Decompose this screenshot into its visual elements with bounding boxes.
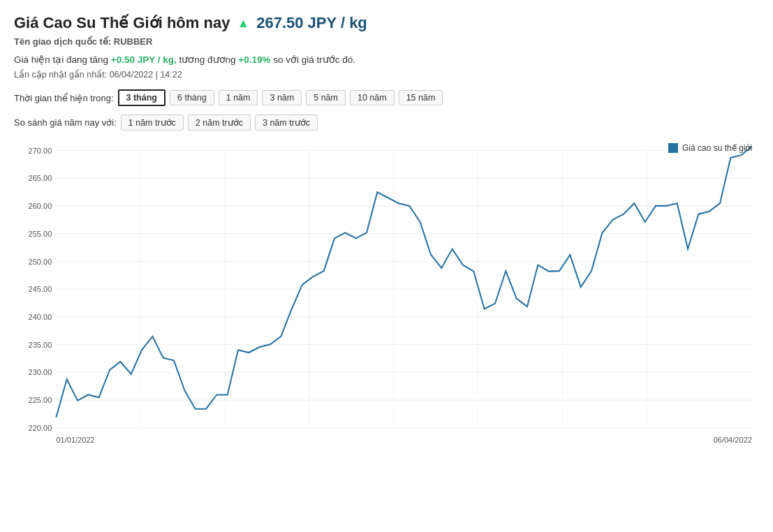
svg-text:06/04/2022: 06/04/2022 bbox=[714, 435, 752, 443]
compare-btn-2y[interactable]: 2 năm trước bbox=[188, 114, 251, 131]
svg-text:235.00: 235.00 bbox=[29, 341, 52, 349]
svg-text:01/01/2022: 01/01/2022 bbox=[56, 435, 94, 443]
svg-text:250.00: 250.00 bbox=[29, 257, 52, 265]
change-pct: +0.19% bbox=[238, 54, 270, 65]
svg-text:230.00: 230.00 bbox=[29, 368, 52, 376]
time-btn-1y[interactable]: 1 năm bbox=[219, 90, 258, 105]
svg-text:245.00: 245.00 bbox=[29, 285, 52, 293]
svg-text:260.00: 260.00 bbox=[29, 202, 52, 210]
time-controls: Thời gian thể hiện trong: 3 tháng 6 thán… bbox=[14, 89, 759, 106]
compare-controls: So sánh giá năm nay với: 1 năm trước 2 n… bbox=[14, 114, 759, 131]
update-value: 06/04/2022 | 14:22 bbox=[110, 70, 182, 80]
svg-text:225.00: 225.00 bbox=[29, 396, 52, 404]
change-prefix: Giá hiện tại đang tăng bbox=[14, 54, 108, 65]
compare-label: So sánh giá năm nay với: bbox=[14, 117, 117, 128]
trade-name-label: Tên giao dịch quốc tế: bbox=[14, 36, 111, 47]
change-suffix: so với giá trước đó. bbox=[273, 54, 355, 65]
legend-color-box bbox=[668, 143, 678, 153]
svg-text:220.00: 220.00 bbox=[29, 424, 52, 432]
compare-btn-1y[interactable]: 1 năm trước bbox=[121, 114, 184, 131]
price-line bbox=[56, 147, 752, 418]
page-title: Giá Cao Su Thế Giới hôm nay ▲ 267.50 JPY… bbox=[14, 14, 759, 32]
time-btn-6m[interactable]: 6 tháng bbox=[170, 90, 214, 105]
chart-container: Giá cao su thế giới 270.00 265.00 260.00… bbox=[14, 143, 759, 464]
legend-label: Giá cao su thế giới bbox=[682, 143, 752, 153]
svg-text:240.00: 240.00 bbox=[29, 313, 52, 321]
change-text: tương đương bbox=[179, 54, 236, 65]
time-btn-3m[interactable]: 3 tháng bbox=[118, 89, 165, 106]
time-controls-label: Thời gian thể hiện trong: bbox=[14, 93, 114, 103]
update-line: Lần cập nhật gần nhất: 06/04/2022 | 14:2… bbox=[14, 69, 759, 80]
time-btn-15y[interactable]: 15 năm bbox=[399, 90, 443, 105]
current-price: 267.50 JPY / kg bbox=[256, 14, 367, 32]
arrow-up-icon: ▲ bbox=[237, 16, 249, 31]
time-btn-5y[interactable]: 5 năm bbox=[306, 90, 346, 105]
svg-text:255.00: 255.00 bbox=[29, 230, 52, 238]
update-label: Lần cập nhật gần nhất: bbox=[14, 70, 107, 80]
chart-legend: Giá cao su thế giới bbox=[668, 143, 752, 153]
svg-text:270.00: 270.00 bbox=[29, 146, 52, 154]
svg-text:265.00: 265.00 bbox=[29, 174, 52, 182]
trade-name-value: RUBBER bbox=[114, 36, 153, 47]
trade-name-line: Tên giao dịch quốc tế: RUBBER bbox=[14, 36, 759, 47]
change-value: +0.50 JPY / kg, bbox=[111, 54, 177, 65]
price-chart: 270.00 265.00 260.00 255.00 250.00 245.0… bbox=[14, 143, 759, 464]
time-btn-10y[interactable]: 10 năm bbox=[350, 90, 395, 105]
compare-btn-3y[interactable]: 3 năm trước bbox=[255, 114, 318, 131]
price-change-line: Giá hiện tại đang tăng +0.50 JPY / kg, t… bbox=[14, 54, 759, 65]
time-btn-3y[interactable]: 3 năm bbox=[262, 90, 302, 105]
title-text: Giá Cao Su Thế Giới hôm nay bbox=[14, 14, 230, 32]
